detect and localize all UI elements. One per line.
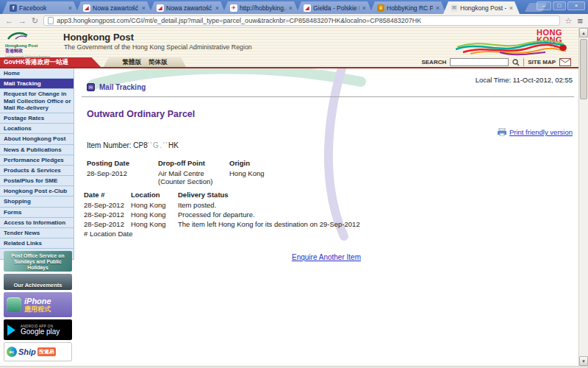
sidebar-item-label: Postage Rates: [4, 115, 44, 121]
tab-close-icon[interactable]: ×: [288, 4, 293, 12]
tab-favicon-icon: ◢: [157, 4, 164, 12]
table-row: 28-Sep-2012 Hong Kong Processed for depa…: [84, 210, 360, 219]
tab-favicon-icon: ♛: [377, 4, 384, 12]
sidebar-item[interactable]: Performance Pledges: [0, 155, 74, 166]
banner-iphone-app[interactable]: iPhone 應用程式: [4, 292, 72, 317]
hongkong-post-logo[interactable]: Hongkong Post 香港郵政 Linking people Delive…: [5, 30, 71, 58]
sidebar-item[interactable]: Postage Rates: [0, 113, 74, 124]
bookmark-star-icon[interactable]: ☆: [565, 17, 573, 25]
banner-ec-ship[interactable]: ec Ship 投遞易: [4, 342, 72, 361]
sidebar-item[interactable]: Related Links: [0, 238, 74, 249]
vertical-scrollbar[interactable]: ▲ ▼: [578, 28, 588, 366]
search-input[interactable]: [450, 58, 509, 66]
cell-location: Hong Kong: [131, 200, 178, 210]
table-row: 28-Sep-2012 Hong Kong Item posted.: [84, 200, 360, 210]
browser-tab[interactable]: f Facebook ×: [2, 1, 79, 14]
sidebar-item-label: Related Links: [4, 240, 42, 247]
tab-close-icon[interactable]: ×: [362, 4, 366, 12]
tab-title: http://hobbyking.com/: [240, 4, 286, 12]
site-subtitle: The Government of the Hong Kong Special …: [64, 43, 252, 51]
sidebar-item-label: Hongkong Post e-Club: [4, 188, 67, 194]
cell-posting-date: 28-Sep-2012: [87, 169, 158, 186]
tab-close-icon[interactable]: ×: [141, 4, 146, 12]
sidebar-item-label: Locations: [4, 125, 32, 132]
banner-our-achievements[interactable]: Our Achievements: [4, 274, 72, 290]
tab-close-icon[interactable]: ×: [215, 4, 219, 12]
enquire-another-item-link[interactable]: Enquire Another Item: [292, 253, 361, 261]
sidebar-item[interactable]: About Hongkong Post: [0, 134, 74, 144]
sidebar-item[interactable]: Tender News: [0, 228, 74, 238]
print-friendly-link[interactable]: Print friendly version: [509, 128, 573, 136]
sidebar-item[interactable]: Mail Tracking: [0, 79, 74, 89]
tab-favicon-icon: ✉: [451, 4, 458, 12]
sidebar-item-label: Mail Tracking: [4, 80, 41, 87]
browser-tab[interactable]: ◢ Giełda - Polskie Forum ×: [296, 1, 373, 14]
scroll-up-icon[interactable]: ▲: [579, 28, 588, 38]
search-icon[interactable]: [512, 59, 520, 66]
sidebar-item[interactable]: Request for Change in Mail Collection Of…: [0, 89, 74, 113]
sidebar-item[interactable]: Hongkong Post e-Club: [0, 186, 74, 197]
sidebar-item[interactable]: Forms: [0, 208, 74, 218]
browser-tab[interactable]: ✈ http://hobbyking.com/ ×: [223, 1, 299, 14]
reload-icon[interactable]: ↻: [32, 17, 38, 25]
scroll-down-icon[interactable]: ▼: [579, 356, 588, 366]
cell-delivery-status: The item left Hong Kong for its destinat…: [178, 219, 360, 229]
mail-envelope-icon[interactable]: [559, 58, 571, 66]
tab-favicon-icon: f: [10, 4, 17, 12]
tab-list: f Facebook × ◢ Nowa zawartość - Poli × ◢…: [2, 1, 517, 14]
browser-tab[interactable]: ◢ Nowa zawartość - Poli ×: [149, 1, 226, 14]
page-icon: [48, 17, 54, 24]
tab-favicon-icon: ◢: [83, 4, 90, 12]
govhk-tab[interactable]: GovHK香港政府一站通: [0, 57, 101, 67]
scrollbar-thumb[interactable]: [580, 39, 587, 99]
url-text[interactable]: app3.hongkongpost.com/CGI/mt/e_detail.js…: [57, 17, 421, 24]
maximize-button[interactable]: □: [553, 1, 566, 10]
iphone-label: iPhone: [24, 297, 51, 305]
divider: [523, 58, 524, 66]
ec-ship-icon: ec: [7, 347, 17, 357]
sidebar-item[interactable]: PostalPlus for SME: [0, 176, 74, 186]
lang-simplified[interactable]: 简体版: [148, 57, 168, 67]
section-header: ✉ Mail Tracking: [87, 83, 146, 91]
sidebar-item[interactable]: Shopping: [0, 197, 74, 207]
site-title: Hongkong Post: [63, 32, 134, 43]
summary-table: Posting DateDrop-off PointOrigin 28-Sep-…: [87, 158, 265, 186]
tab-close-icon[interactable]: ×: [68, 4, 72, 12]
sidebar-item[interactable]: News & Publications: [0, 145, 74, 155]
cell-date: 28-Sep-2012: [84, 210, 131, 219]
google-play-label: Google play: [21, 328, 60, 336]
column-header: Origin: [229, 158, 265, 169]
tab-close-icon[interactable]: ×: [435, 4, 440, 12]
sidebar-item[interactable]: Home: [0, 68, 74, 79]
sidebar-item[interactable]: Access to Information: [0, 218, 74, 228]
google-play-icon: [7, 325, 17, 336]
window-controls: – □ ×: [537, 1, 585, 10]
sidebar-item-label: Products & Services: [4, 167, 61, 174]
minimize-button[interactable]: –: [537, 1, 551, 10]
forward-icon[interactable]: →: [18, 17, 26, 25]
browser-tab[interactable]: ♛ HobbyKing RC Plane, ×: [370, 1, 446, 14]
back-icon[interactable]: ←: [5, 17, 13, 25]
mail-tracking-icon: ✉: [87, 83, 95, 91]
sidebar-item-label: Tender News: [4, 230, 40, 236]
column-header: Delivery Status: [178, 190, 360, 200]
site-header: Hongkong Post 香港郵政 Linking people Delive…: [0, 28, 578, 68]
banner-sunday-service[interactable]: Post Office Service on Sundays and Publi…: [4, 251, 72, 272]
browser-window: f Facebook × ◢ Nowa zawartość - Poli × ◢…: [0, 0, 588, 368]
browser-tab[interactable]: ◢ Nowa zawartość - Poli ×: [76, 1, 152, 14]
banner-google-play[interactable]: ANDROID APP ON Google play: [4, 319, 72, 340]
sidebar-item-label: Access to Information: [4, 219, 65, 226]
sidebar-item-label: Shopping: [4, 198, 31, 205]
iphone-app-icon: [7, 297, 21, 312]
url-box[interactable]: app3.hongkongpost.com/CGI/mt/e_detail.js…: [43, 15, 559, 26]
menu-icon[interactable]: ≡: [577, 16, 583, 26]
logo-bird-icon: [5, 31, 30, 40]
lang-traditional[interactable]: 繁體版: [123, 57, 142, 67]
browser-tab[interactable]: ✉ Hongkong Post - Mail T ×: [443, 1, 520, 14]
enquire-another-item: Enquire Another Item: [74, 250, 578, 263]
sidebar-item[interactable]: Products & Services: [0, 166, 74, 176]
close-button[interactable]: ×: [567, 1, 585, 10]
sidebar-item[interactable]: Locations: [0, 124, 74, 134]
sitemap-link[interactable]: SITE MAP: [528, 59, 556, 66]
tab-close-icon[interactable]: ×: [509, 4, 513, 12]
